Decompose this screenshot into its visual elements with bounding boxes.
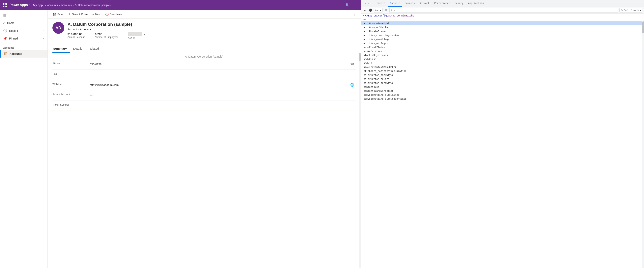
- autocomplete-scrollbar[interactable]: [642, 22, 644, 268]
- autocomplete-item[interactable]: colorButton_foreStyle: [361, 81, 642, 85]
- autocomplete-item[interactable]: autoGrow_minHeight: [361, 22, 642, 26]
- website-icon[interactable]: 🌐: [350, 83, 354, 87]
- tab-details[interactable]: Details: [72, 45, 86, 53]
- stop-icon[interactable]: ⚫: [368, 8, 372, 12]
- console-prompt-icon: ►: [362, 14, 364, 17]
- record-type-dropdown[interactable]: Account ▾: [80, 28, 91, 31]
- website-label: Website: [52, 80, 88, 90]
- form-row-ticker: Ticker Symbol ---: [52, 100, 356, 111]
- fax-label: Fax: [52, 70, 88, 80]
- deactivate-button[interactable]: 🚫 Deactivate: [103, 12, 124, 17]
- avatar: AD: [52, 22, 64, 34]
- autocomplete-item[interactable]: browserContextMenuOnCtrl: [361, 65, 642, 69]
- sidebar-item-accounts[interactable]: 📋 Accounts: [0, 50, 48, 58]
- autocomplete-item[interactable]: autolink_urlRegex: [361, 41, 642, 45]
- console-line-number: 185: [361, 18, 644, 22]
- more-commands-button[interactable]: ⋮: [351, 11, 358, 17]
- scroll-track[interactable]: [359, 53, 360, 268]
- autocomplete-item[interactable]: contentsCss: [361, 85, 642, 89]
- ticker-label: Ticker Symbol: [52, 100, 88, 110]
- autocomplete-item[interactable]: autoGrow_onStartup: [361, 26, 642, 30]
- search-icon[interactable]: 🔍: [345, 2, 350, 8]
- sidebar-item-recent[interactable]: 🕐 Recent ∨: [0, 27, 48, 34]
- sidebar: ☰ ⌂ Home 🕐 Recent ∨ 📌 Pinned ∨ Accounts: [0, 10, 48, 268]
- pinned-icon: 📌: [3, 36, 7, 40]
- tab-memory[interactable]: Memory: [452, 0, 466, 7]
- hamburger-icon: ☰: [3, 14, 6, 17]
- context-selector[interactable]: top ▼: [374, 8, 382, 12]
- home-icon: ⌂: [3, 21, 5, 25]
- more-options-icon[interactable]: ⋮: [353, 2, 358, 8]
- autocomplete-item[interactable]: copyFormatting_allowRules: [361, 93, 642, 97]
- record-type-label: Account: [68, 28, 77, 31]
- deactivate-icon: 🚫: [105, 13, 108, 16]
- autocomplete-item[interactable]: basicEntities: [361, 49, 642, 53]
- autocomplete-item[interactable]: contentsLangDirection: [361, 89, 642, 93]
- pinned-chevron-icon: ∨: [43, 37, 44, 40]
- autocomplete-item[interactable]: bodyClass: [361, 57, 642, 61]
- sidebar-home-label: Home: [7, 22, 14, 24]
- new-button[interactable]: + New: [90, 12, 102, 17]
- record-name: A. Datum Corporation (sample): [68, 22, 155, 27]
- autocomplete-item[interactable]: bodyId: [361, 61, 642, 65]
- breadcrumb-sep1: ›: [45, 4, 46, 6]
- autocomplete-item[interactable]: autolink_emailRegex: [361, 37, 642, 41]
- recent-chevron-icon: ∨: [43, 30, 44, 32]
- autocomplete-item[interactable]: autolink_commitKeystrokes: [361, 33, 642, 37]
- fax-value[interactable]: ---: [88, 70, 356, 80]
- tab-sources[interactable]: Sources: [402, 0, 417, 7]
- levels-chevron-icon: ▼: [640, 9, 641, 12]
- brand-logo[interactable]: Power Apps ▾: [10, 3, 30, 7]
- website-value[interactable]: http://www.adatum.com/ 🌐: [88, 80, 356, 90]
- tab-application[interactable]: Application: [466, 0, 486, 7]
- sidebar-accounts-label: Accounts: [10, 52, 22, 56]
- autocomplete-item[interactable]: colorButton_colors: [361, 77, 642, 81]
- autocomplete-item[interactable]: blockedKeystrokes: [361, 53, 642, 57]
- devtools-tab-bar: ▭ ☐ Elements Console Sources Network Per…: [361, 0, 644, 7]
- breadcrumb: › Accounts › Accounts › A. Datum Corpora…: [45, 4, 110, 6]
- devtools-inspect-icon[interactable]: ▭: [362, 2, 367, 6]
- sidebar-item-pinned[interactable]: 📌 Pinned ∨: [0, 34, 48, 42]
- tab-console[interactable]: Console: [388, 0, 402, 7]
- phone-value[interactable]: 555-0158 ☎: [88, 59, 356, 69]
- console-filter-input[interactable]: [390, 8, 618, 12]
- parent-account-value[interactable]: ---: [88, 90, 356, 100]
- tab-related[interactable]: Related: [88, 45, 102, 53]
- save-button[interactable]: 💾 Save: [51, 12, 65, 17]
- tab-performance[interactable]: Performance: [432, 0, 452, 7]
- devtools-device-icon[interactable]: ☐: [367, 2, 371, 6]
- save-close-button[interactable]: 🗎 Save & Close: [66, 12, 90, 17]
- tab-elements[interactable]: Elements: [371, 0, 388, 7]
- autocomplete-item[interactable]: copyFormatting_allowedContexts: [361, 97, 642, 101]
- owner-stat: Owner ∨: [128, 32, 150, 39]
- form-row-parent-account: Parent Account ---: [52, 90, 356, 100]
- autocomplete-item[interactable]: autoUpdateElement: [361, 30, 642, 33]
- form-row-fax: Fax ---: [52, 70, 356, 80]
- autocomplete-item[interactable]: baseFloatZIndex: [361, 45, 642, 49]
- autocomplete-item[interactable]: clipboard_notificationDuration: [361, 69, 642, 73]
- execute-icon[interactable]: ▶: [362, 8, 367, 12]
- breadcrumb-accounts1[interactable]: Accounts: [47, 4, 58, 6]
- tab-network[interactable]: Network: [417, 0, 432, 7]
- form-area: A. Datum Corporation (sample) Phone 555-…: [48, 53, 360, 268]
- phone-label: Phone: [52, 59, 88, 69]
- owner-value: [128, 32, 142, 36]
- save-icon: 💾: [53, 13, 56, 16]
- sidebar-item-home[interactable]: ⌂ Home: [0, 19, 48, 27]
- form-section: Phone 555-0158 ☎ Fax ---: [48, 59, 360, 111]
- hamburger-menu-button[interactable]: ☰: [0, 12, 48, 19]
- breadcrumb-accounts2[interactable]: Accounts: [61, 4, 72, 6]
- log-levels-selector[interactable]: Default levels ▼: [620, 8, 642, 12]
- devtools-toolbar: ▶ ⚫ top ▼ 👁 Default levels ▼: [361, 7, 644, 14]
- tab-summary[interactable]: Summary: [52, 45, 70, 53]
- phone-icon[interactable]: ☎: [350, 62, 354, 66]
- top-navigation: Power Apps ▾ My app › Accounts › Account…: [0, 0, 360, 10]
- console-input-code[interactable]: CKEDITOR.config.autoGrow_minHeight: [365, 14, 414, 17]
- sidebar-section-accounts: Accounts: [0, 44, 48, 50]
- waffle-menu-icon[interactable]: [3, 3, 7, 7]
- save-close-icon: 🗎: [68, 13, 71, 16]
- owner-dropdown-icon[interactable]: ∨: [144, 33, 146, 36]
- autocomplete-item[interactable]: colorButton_backStyle: [361, 73, 642, 77]
- eye-icon[interactable]: 👁: [384, 8, 388, 12]
- ticker-value[interactable]: ---: [88, 100, 356, 110]
